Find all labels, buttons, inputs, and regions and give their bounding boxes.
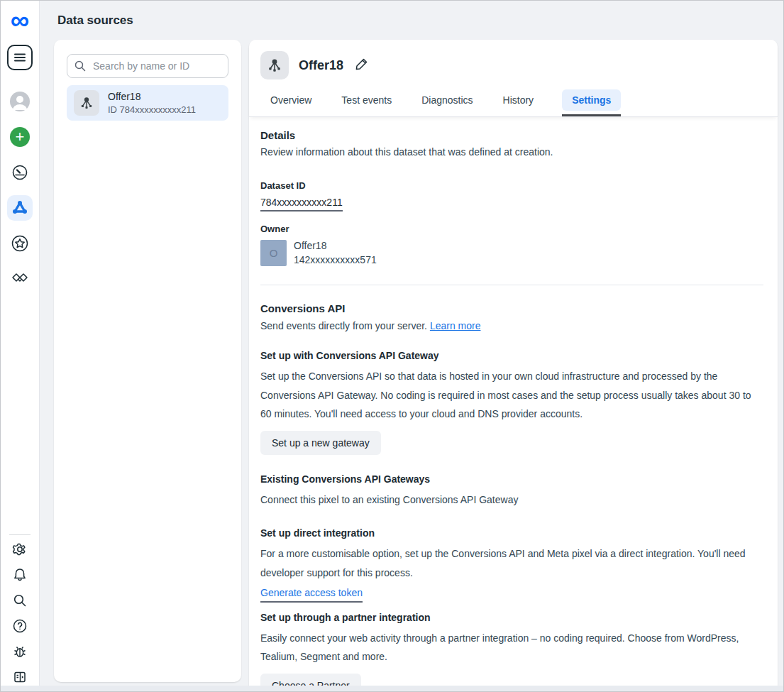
settings-content: Details Review information about this da… xyxy=(249,116,778,692)
page-header: Data sources xyxy=(40,1,783,40)
edit-pencil-icon[interactable] xyxy=(355,57,369,74)
search-icon[interactable] xyxy=(9,589,31,612)
tab-test-events[interactable]: Test events xyxy=(340,89,393,111)
report-bug-icon[interactable] xyxy=(9,640,31,663)
partner-integration-body: Easily connect your web activity through… xyxy=(260,629,763,666)
partner-integration-heading: Set up through a partner integration xyxy=(260,612,763,623)
conversions-api-section: Conversions API Send events directly fro… xyxy=(260,302,763,692)
gateway-heading: Set up with Conversions API Gateway xyxy=(260,350,763,361)
settings-gear-icon[interactable] xyxy=(9,538,31,561)
help-question-icon[interactable] xyxy=(9,615,31,637)
dataset-list-item[interactable]: Offer18 ID 784xxxxxxxxxx211 xyxy=(67,85,228,121)
page-title: Data sources xyxy=(57,13,133,28)
owner-block: Owner O Offer18 142xxxxxxxxxx571 xyxy=(260,224,763,266)
owner-id: 142xxxxxxxxxx571 xyxy=(294,254,377,265)
dataset-item-text: Offer18 ID 784xxxxxxxxxx211 xyxy=(108,91,196,115)
dataset-detail-panel: Offer18 Overview Test events Diagnostics… xyxy=(249,40,778,688)
gateway-section: Set up with Conversions API Gateway Set … xyxy=(260,350,763,455)
owner-avatar: O xyxy=(260,240,287,266)
tab-overview[interactable]: Overview xyxy=(269,89,313,111)
owner-name: Offer18 xyxy=(294,240,377,251)
owner-row: O Offer18 142xxxxxxxxxx571 xyxy=(260,240,763,266)
notifications-bell-icon[interactable] xyxy=(9,564,31,586)
existing-gateways-heading: Existing Conversions API Gateways xyxy=(260,473,763,485)
tab-history[interactable]: History xyxy=(502,89,536,111)
dataset-hub-icon xyxy=(74,90,99,116)
direct-integration-heading: Set up direct integration xyxy=(260,527,763,539)
dataset-item-id: ID 784xxxxxxxxxx211 xyxy=(108,104,196,115)
dataset-id-value: 784xxxxxxxxxx211 xyxy=(260,197,343,212)
custom-conversions-star-icon[interactable] xyxy=(7,231,33,256)
left-nav-rail: ∞ + xyxy=(1,1,40,691)
data-sources-icon[interactable] xyxy=(7,195,33,221)
dataset-tabs: Overview Test events Diagnostics History… xyxy=(260,89,763,111)
search-input[interactable] xyxy=(67,54,228,78)
conversions-api-subtitle: Send events directly from your server. L… xyxy=(260,320,763,331)
search-box xyxy=(67,54,228,78)
dataset-title: Offer18 xyxy=(299,58,343,73)
dataset-id-block: Dataset ID 784xxxxxxxxxx211 xyxy=(260,180,763,212)
conversions-api-subtitle-text: Send events directly from your server. xyxy=(260,320,430,331)
dataset-detail-header: Offer18 Overview Test events Diagnostics… xyxy=(249,40,778,116)
tab-diagnostics[interactable]: Diagnostics xyxy=(420,89,474,111)
menu-icon[interactable] xyxy=(7,45,33,70)
owner-label: Owner xyxy=(260,224,763,234)
learn-more-link[interactable]: Learn more xyxy=(430,320,481,331)
existing-gateways-section: Existing Conversions API Gateways Connec… xyxy=(260,473,763,510)
conversions-api-heading: Conversions API xyxy=(260,302,763,314)
details-heading: Details xyxy=(260,129,763,141)
existing-gateways-body: Connect this pixel to an existing Conver… xyxy=(260,490,763,510)
owner-text: Offer18 142xxxxxxxxxx571 xyxy=(294,240,377,265)
partner-integration-section: Set up through a partner integration Eas… xyxy=(260,612,763,692)
section-divider xyxy=(260,285,763,285)
data-sources-sidebar: Offer18 ID 784xxxxxxxxxx211 xyxy=(54,40,241,682)
dataset-id-label: Dataset ID xyxy=(260,180,763,191)
meta-logo-icon[interactable]: ∞ xyxy=(11,8,29,38)
setup-gateway-button[interactable]: Set up a new gateway xyxy=(260,431,381,455)
bottom-page-strip xyxy=(1,686,783,691)
tab-settings[interactable]: Settings xyxy=(562,89,621,111)
create-plus-icon[interactable]: + xyxy=(7,124,33,150)
dataset-title-row: Offer18 xyxy=(260,51,763,79)
dataset-item-name: Offer18 xyxy=(108,91,196,102)
account-avatar-icon[interactable] xyxy=(7,89,33,114)
partner-integrations-handshake-icon[interactable] xyxy=(7,266,33,292)
gateway-body: Set up the Conversions API so that data … xyxy=(260,367,763,424)
search-magnifier-icon xyxy=(74,60,87,75)
events-manager-window: ∞ + xyxy=(0,0,784,692)
direct-integration-body: For a more customisable option, set up t… xyxy=(260,544,763,582)
dataset-hub-icon xyxy=(260,51,289,79)
generate-access-token-link[interactable]: Generate access token xyxy=(260,587,363,603)
direct-integration-section: Set up direct integration For a more cus… xyxy=(260,527,763,602)
rail-divider xyxy=(9,534,31,535)
details-description: Review information about this dataset th… xyxy=(260,146,763,158)
overview-gauge-icon[interactable] xyxy=(7,160,33,185)
